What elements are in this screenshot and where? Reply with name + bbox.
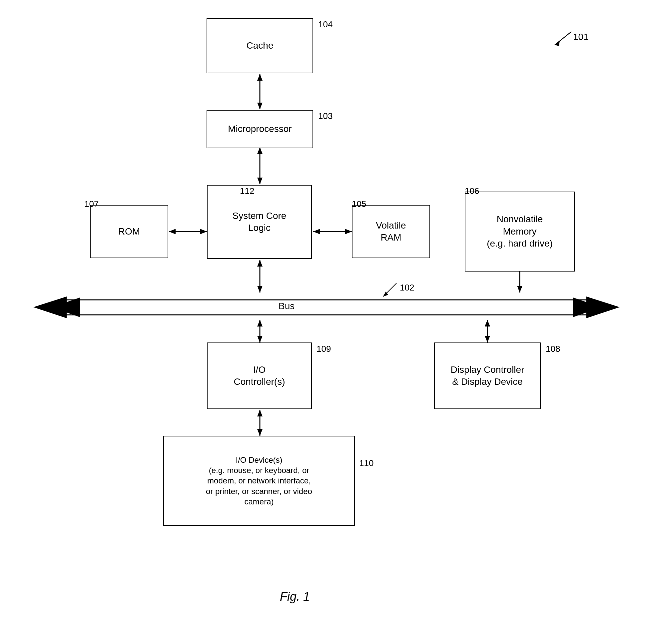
system-core-logic-label: System Core Logic: [233, 210, 287, 234]
svg-marker-37: [383, 291, 388, 296]
io-controller-num: 109: [316, 344, 331, 354]
display-controller-box: Display Controller & Display Device: [434, 342, 541, 409]
display-controller-label: Display Controller & Display Device: [451, 364, 525, 388]
io-controller-box: I/O Controller(s): [207, 342, 312, 409]
svg-line-38: [555, 32, 571, 45]
svg-marker-13: [313, 229, 320, 234]
diagram-arrows: [0, 0, 653, 644]
svg-marker-10: [200, 229, 207, 234]
rom-num: 107: [84, 199, 99, 209]
svg-marker-35: [573, 297, 601, 317]
cache-box: Cache: [207, 18, 313, 73]
io-devices-label: I/O Device(s) (e.g. mouse, or keyboard, …: [206, 455, 312, 507]
svg-marker-29: [257, 429, 263, 436]
svg-marker-33: [586, 296, 620, 318]
cache-label: Cache: [246, 40, 273, 52]
nonvolatile-memory-box: Nonvolatile Memory (e.g. hard drive): [465, 192, 575, 271]
nonvolatile-memory-label: Nonvolatile Memory (e.g. hard drive): [487, 213, 553, 249]
svg-marker-8: [257, 177, 263, 184]
svg-marker-20: [517, 286, 523, 292]
svg-marker-17: [257, 286, 263, 292]
svg-marker-16: [257, 260, 263, 266]
svg-marker-26: [485, 336, 490, 342]
rom-label: ROM: [118, 225, 140, 238]
rom-box: ROM: [90, 205, 168, 258]
svg-marker-34: [52, 297, 80, 317]
svg-marker-23: [257, 336, 263, 342]
svg-marker-14: [345, 229, 352, 234]
svg-line-36: [383, 283, 396, 296]
ref-101: 101: [573, 32, 589, 42]
svg-marker-4: [257, 74, 263, 80]
volatile-ram-label: Volatile RAM: [376, 219, 406, 244]
svg-marker-7: [257, 147, 263, 154]
bus-num: 102: [400, 283, 414, 293]
display-controller-num: 108: [546, 344, 560, 354]
nonvolatile-memory-num: 106: [465, 186, 479, 196]
microprocessor-num: 103: [318, 111, 333, 121]
cache-num: 104: [318, 19, 333, 30]
volatile-ram-box: Volatile RAM: [352, 205, 430, 258]
svg-marker-28: [257, 410, 263, 416]
microprocessor-label: Microprocessor: [228, 123, 291, 135]
svg-marker-5: [257, 103, 263, 109]
svg-marker-22: [257, 320, 263, 327]
io-devices-box: I/O Device(s) (e.g. mouse, or keyboard, …: [163, 436, 355, 526]
svg-marker-11: [169, 229, 175, 234]
io-controller-label: I/O Controller(s): [234, 364, 285, 388]
system-core-logic-num: 112: [240, 186, 254, 196]
microprocessor-box: Microprocessor: [207, 110, 313, 148]
io-devices-num: 110: [359, 458, 373, 469]
volatile-ram-num: 105: [352, 199, 366, 209]
bus-label: Bus: [276, 301, 296, 311]
diagram: Cache 104 Microprocessor 103 System Core…: [0, 0, 653, 644]
svg-marker-39: [555, 41, 560, 46]
svg-marker-32: [33, 296, 67, 318]
svg-marker-25: [485, 320, 490, 327]
fig-label: Fig. 1: [280, 590, 310, 604]
system-core-logic-box: System Core Logic: [207, 185, 312, 259]
